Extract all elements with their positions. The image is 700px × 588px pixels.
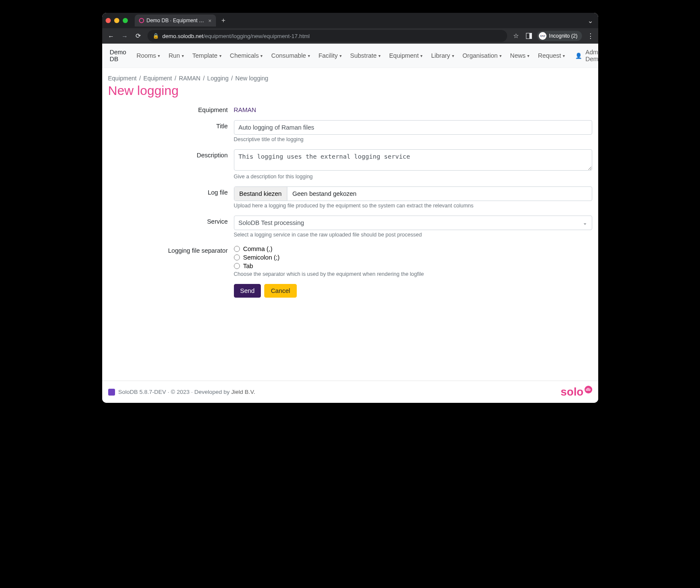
browser-toolbar: ← → ⟳ 🔒 demo.solodb.net/equipment/loggin… (102, 28, 598, 44)
crumb[interactable]: Equipment (108, 75, 137, 82)
label-description: Description (108, 149, 228, 159)
form-row-equipment: Equipment RAMAN (108, 104, 592, 113)
label-logfile: Log file (108, 186, 228, 196)
reload-button[interactable]: ⟳ (134, 32, 143, 40)
back-button[interactable]: ← (106, 33, 116, 40)
close-icon[interactable]: × (208, 18, 212, 24)
nav-item-library[interactable]: Library▾ (428, 50, 457, 62)
nav-item-equipment[interactable]: Equipment▾ (386, 50, 426, 62)
nav-item-substrate[interactable]: Substrate▾ (347, 50, 384, 62)
radio-input-comma[interactable] (234, 246, 240, 252)
app: Demo DB Rooms▾ Run▾ Template▾ Chemicals▾… (102, 44, 598, 403)
logfile-input[interactable]: Bestand kiezen Geen bestand gekozen (234, 186, 592, 201)
chrome: Demo DB · Equipment - New lo… × + ⌄ ← → … (102, 13, 598, 44)
cancel-button[interactable]: Cancel (264, 284, 296, 298)
label-service: Service (108, 216, 228, 225)
chevron-down-icon: ▾ (340, 53, 342, 58)
chevron-down-icon: ▾ (219, 53, 222, 58)
page-title: New logging (108, 83, 592, 98)
nav-item-request[interactable]: Request▾ (535, 50, 568, 62)
tab-title: Demo DB · Equipment - New lo… (147, 18, 206, 24)
traffic-lights (106, 18, 128, 23)
favicon-icon (139, 18, 144, 23)
chevron-down-icon: ▾ (420, 53, 422, 58)
address-bar[interactable]: 🔒 demo.solodb.net/equipment/logging/new/… (148, 30, 507, 42)
incognito-badge[interactable]: 👓 Incognito (2) (537, 31, 582, 41)
chevron-down-icon: ▾ (182, 53, 184, 58)
form-row-description: Description This logging uses the extern… (108, 149, 592, 180)
breadcrumb: Equipment/ Equipment/ RAMAN/ Logging/ Ne… (108, 75, 592, 82)
db-badge-icon: db (585, 386, 592, 393)
window-minimize-icon[interactable] (114, 18, 119, 23)
crumb-current: New logging (235, 75, 268, 82)
label-title: Title (108, 120, 228, 130)
chevron-down-icon: ▾ (260, 53, 263, 58)
nav-item-template[interactable]: Template▾ (189, 50, 225, 62)
chevron-down-icon: ▾ (378, 53, 381, 58)
user-icon: 👤 (575, 53, 582, 59)
title-input[interactable] (234, 120, 592, 135)
forward-button[interactable]: → (120, 33, 130, 40)
incognito-icon: 👓 (539, 32, 546, 40)
nav-item-chemicals[interactable]: Chemicals▾ (227, 50, 266, 62)
nav-item-consumable[interactable]: Consumable▾ (268, 50, 313, 62)
window-close-icon[interactable] (106, 18, 111, 23)
radio-comma[interactable]: Comma (,) (234, 245, 592, 252)
url-host: demo.solodb.net (162, 33, 204, 39)
help-logfile: Upload here a logging file produced by t… (234, 203, 592, 209)
browser-tab[interactable]: Demo DB · Equipment - New lo… × (135, 15, 216, 27)
solodb-logo: solo db (561, 385, 592, 399)
crumb[interactable]: RAMAN (179, 75, 201, 82)
browser-window: Demo DB · Equipment - New lo… × + ⌄ ← → … (102, 13, 598, 403)
help-title: Descriptive title of the logging (234, 136, 592, 142)
tab-strip: Demo DB · Equipment - New lo… × + ⌄ (102, 13, 598, 28)
chevron-down-icon: ▾ (158, 53, 160, 58)
service-select[interactable]: SoloDB Test processing (234, 216, 592, 230)
form-row-logfile: Log file Bestand kiezen Geen bestand gek… (108, 186, 592, 209)
menu-button[interactable]: ⋮ (587, 32, 594, 40)
label-equipment: Equipment (108, 104, 228, 113)
window-maximize-icon[interactable] (123, 18, 128, 23)
brand[interactable]: Demo DB (106, 46, 130, 65)
chevron-down-icon: ▾ (308, 53, 310, 58)
radio-semicolon[interactable]: Semicolon (;) (234, 254, 592, 261)
chevron-down-icon: ▾ (499, 53, 502, 58)
crumb[interactable]: Logging (207, 75, 229, 82)
form-row-separator: Logging file separator Comma (,) Semicol… (108, 245, 592, 277)
file-choose-button[interactable]: Bestand kiezen (234, 187, 287, 201)
nav-item-news[interactable]: News▾ (507, 50, 533, 62)
new-tab-button[interactable]: + (219, 15, 229, 26)
file-status: Geen bestand gekozen (287, 190, 362, 197)
incognito-label: Incognito (2) (549, 33, 578, 39)
user-menu[interactable]: 👤 Admin Demo ▾ (572, 46, 598, 65)
equipment-link[interactable]: RAMAN (234, 104, 256, 113)
content: Equipment/ Equipment/ RAMAN/ Logging/ Ne… (102, 68, 598, 381)
label-separator: Logging file separator (108, 245, 228, 254)
chevron-down-icon: ▾ (452, 53, 454, 58)
url-path: /equipment/logging/new/equipment-17.html (204, 33, 310, 39)
form-row-service: Service SoloDB Test processing ⌄ Select … (108, 216, 592, 238)
nav-item-run[interactable]: Run▾ (165, 50, 187, 62)
radio-tab[interactable]: Tab (234, 263, 592, 269)
radio-input-semicolon[interactable] (234, 254, 240, 260)
footer-dev-link[interactable]: Jield B.V. (231, 389, 255, 395)
panel-icon[interactable] (526, 33, 532, 39)
chevron-down-icon[interactable]: ⌄ (586, 17, 595, 25)
send-button[interactable]: Send (234, 284, 261, 298)
form-row-title: Title Descriptive title of the logging (108, 120, 592, 142)
help-service: Select a logging service in case the raw… (234, 232, 592, 238)
radio-input-tab[interactable] (234, 263, 240, 269)
help-description: Give a description for this logging (234, 174, 592, 180)
description-textarea[interactable]: This logging uses the external logging s… (234, 149, 592, 171)
chevron-down-icon: ▾ (527, 53, 529, 58)
footer-icon (108, 389, 115, 396)
nav-item-facility[interactable]: Facility▾ (315, 50, 345, 62)
nav-item-organisation[interactable]: Organisation▾ (459, 50, 505, 62)
footer-text: SoloDB 5.8.7-DEV · © 2023 · Developed by (118, 389, 231, 395)
lock-icon: 🔒 (153, 33, 159, 39)
crumb[interactable]: Equipment (143, 75, 172, 82)
nav-item-rooms[interactable]: Rooms▾ (133, 50, 163, 62)
footer: SoloDB 5.8.7-DEV · © 2023 · Developed by… (102, 381, 598, 403)
star-icon[interactable]: ☆ (511, 32, 521, 40)
help-separator: Choose the separator which is used by th… (234, 271, 592, 277)
